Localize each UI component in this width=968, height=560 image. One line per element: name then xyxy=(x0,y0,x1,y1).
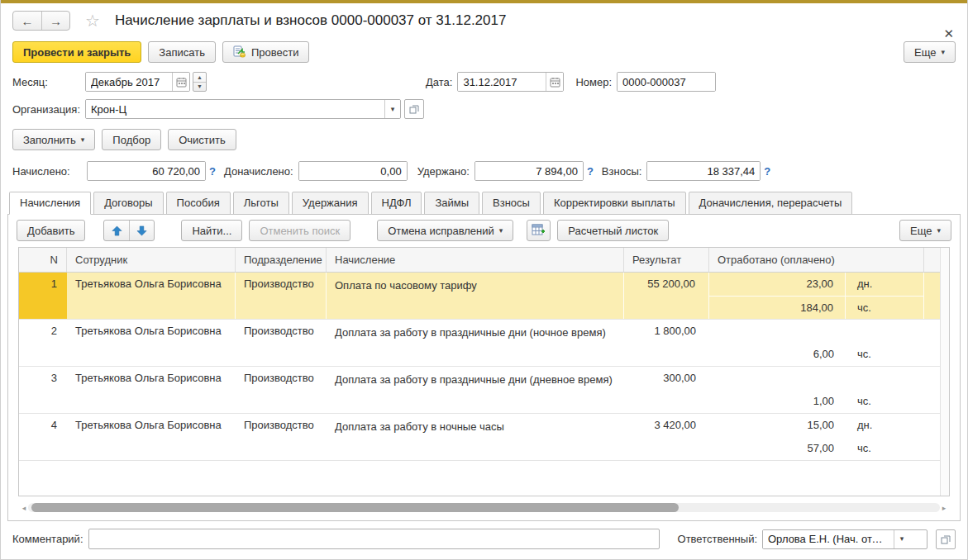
tab-loans[interactable]: Займы xyxy=(424,192,479,215)
responsible-combo: ▾ xyxy=(762,529,927,549)
favorite-star-icon[interactable]: ☆ xyxy=(85,11,100,31)
column-header-worked[interactable]: Отработано (оплачено) xyxy=(709,248,924,272)
clear-button[interactable]: Очистить xyxy=(168,129,236,150)
result-cell[interactable]: 3 420,00 xyxy=(624,414,709,460)
forward-button[interactable]: → xyxy=(41,12,69,30)
chevron-down-icon: ▾ xyxy=(499,227,503,235)
date-calendar-icon[interactable] xyxy=(546,73,563,91)
pick-button[interactable]: Подбор xyxy=(102,129,161,150)
employee-cell[interactable]: Третьякова Ольга Борисовна xyxy=(67,367,236,413)
table-row[interactable]: 1 Третьякова Ольга Борисовна Производств… xyxy=(19,273,949,320)
tab-privileges[interactable]: Льготы xyxy=(233,192,289,215)
worked-hours-value[interactable]: 57,00 xyxy=(709,437,846,460)
accrued-input[interactable] xyxy=(88,162,205,180)
organization-dropdown-icon[interactable]: ▾ xyxy=(384,100,400,118)
column-header-result[interactable]: Результат xyxy=(624,248,709,272)
tab-benefits[interactable]: Пособия xyxy=(166,192,231,215)
tab-accruals[interactable]: Начисления xyxy=(9,192,91,215)
scrollbar-track[interactable] xyxy=(28,503,940,512)
scrollbar-thumb[interactable] xyxy=(31,503,679,512)
move-up-icon[interactable] xyxy=(104,221,129,240)
table-row[interactable]: 4 Третьякова Ольга Борисовна Производств… xyxy=(19,414,949,461)
worked-days-value[interactable] xyxy=(709,320,846,343)
cancel-corrections-button[interactable]: Отмена исправлений▾ xyxy=(377,220,513,241)
scroll-left-icon[interactable]: ◂ xyxy=(20,504,28,512)
table-row[interactable]: 2 Третьякова Ольга Борисовна Производств… xyxy=(19,320,949,367)
date-input[interactable] xyxy=(458,73,546,91)
worked-days-value[interactable]: 23,00 xyxy=(709,273,846,296)
employee-cell[interactable]: Третьякова Ольга Борисовна xyxy=(67,414,236,460)
write-button[interactable]: Записать xyxy=(148,41,216,63)
employee-cell[interactable]: Третьякова Ольга Борисовна xyxy=(67,273,236,319)
worked-hours-value[interactable]: 6,00 xyxy=(709,343,846,366)
worked-cell: 1,00 чс. xyxy=(709,367,924,413)
withheld-input[interactable] xyxy=(475,162,583,180)
cancel-search-button[interactable]: Отменить поиск xyxy=(249,220,350,241)
vertical-scrollbar[interactable] xyxy=(940,248,949,496)
worked-hours-unit: чс. xyxy=(846,390,924,413)
worked-hours-value[interactable]: 184,00 xyxy=(709,297,846,319)
additional-input[interactable] xyxy=(299,162,407,180)
month-calendar-icon[interactable] xyxy=(172,73,189,91)
responsible-dropdown-icon[interactable]: ▾ xyxy=(894,530,909,548)
worked-days-value[interactable]: 15,00 xyxy=(709,414,846,437)
tab-ndfl[interactable]: НДФЛ xyxy=(371,192,422,215)
column-header-employee[interactable]: Сотрудник xyxy=(67,248,236,272)
column-header-accrual[interactable]: Начисление xyxy=(327,248,624,272)
column-header-n[interactable]: N xyxy=(19,248,67,272)
department-cell[interactable]: Производство xyxy=(236,414,327,460)
department-cell[interactable]: Производство xyxy=(236,367,327,413)
organization-open-icon[interactable] xyxy=(404,99,424,119)
chevron-down-icon: ▾ xyxy=(941,49,945,56)
employee-cell[interactable]: Третьякова Ольга Борисовна xyxy=(67,320,236,366)
tab-deductions[interactable]: Удержания xyxy=(292,192,369,215)
scroll-right-icon[interactable]: ▸ xyxy=(940,504,948,512)
accrual-cell[interactable]: Доплата за работу в ночные часы xyxy=(327,414,624,460)
post-and-close-button[interactable]: Провести и закрыть xyxy=(12,41,141,63)
contributions-help-icon[interactable]: ? xyxy=(764,165,770,178)
add-column-button[interactable] xyxy=(527,220,551,241)
result-cell[interactable]: 1 800,00 xyxy=(624,320,709,366)
fill-button[interactable]: Заполнить▾ xyxy=(12,129,95,150)
withheld-help-icon[interactable]: ? xyxy=(587,165,594,178)
tab-payment-corrections[interactable]: Корректировки выплаты xyxy=(543,192,686,215)
page-title: Начисление зарплаты и взносов 0000-00003… xyxy=(115,12,507,29)
add-row-button[interactable]: Добавить xyxy=(17,220,85,241)
responsible-open-icon[interactable] xyxy=(936,529,956,549)
comment-input[interactable] xyxy=(88,529,660,549)
more-label: Еще xyxy=(914,46,936,59)
post-button[interactable]: Провести xyxy=(222,41,310,63)
result-cell[interactable]: 300,00 xyxy=(624,367,709,413)
result-cell[interactable]: 55 200,00 xyxy=(624,273,709,319)
additional-label: Доначислено: xyxy=(224,165,293,178)
more-button-table[interactable]: Еще▾ xyxy=(899,220,951,241)
month-step-down-icon[interactable]: ▼ xyxy=(193,82,206,92)
accrual-cell[interactable]: Доплата за работу в праздничные дни (ноч… xyxy=(327,320,624,366)
number-input[interactable] xyxy=(618,73,715,91)
accrual-cell[interactable]: Оплата по часовому тарифу xyxy=(327,273,624,319)
more-button-top[interactable]: Еще▾ xyxy=(904,41,956,63)
month-input[interactable] xyxy=(86,73,172,91)
responsible-input[interactable] xyxy=(763,530,894,548)
contributions-input[interactable] xyxy=(647,162,760,180)
organization-input[interactable] xyxy=(86,100,384,118)
pay-slip-button[interactable]: Расчетный листок xyxy=(557,220,669,241)
worked-days-value[interactable] xyxy=(709,367,846,390)
column-header-department[interactable]: Подразделение xyxy=(236,248,327,272)
worked-hours-unit: чс. xyxy=(846,343,924,366)
tab-contracts[interactable]: Договоры xyxy=(93,192,163,215)
accrued-help-icon[interactable]: ? xyxy=(209,165,216,178)
tab-recalculations[interactable]: Доначисления, перерасчеты xyxy=(689,192,853,215)
department-cell[interactable]: Производство xyxy=(236,320,327,366)
department-cell[interactable]: Производство xyxy=(236,273,327,319)
close-icon[interactable]: ✕ xyxy=(943,26,954,41)
accrual-cell[interactable]: Доплата за работу в праздничные дни (дне… xyxy=(327,367,624,413)
back-button[interactable]: ← xyxy=(13,12,41,30)
worked-hours-value[interactable]: 1,00 xyxy=(709,390,846,413)
table-row[interactable]: 3 Третьякова Ольга Борисовна Производств… xyxy=(19,367,949,414)
title-bar: ← → ☆ Начисление зарплаты и взносов 0000… xyxy=(1,3,967,38)
find-button[interactable]: Найти... xyxy=(181,220,242,241)
move-down-icon[interactable] xyxy=(129,221,154,240)
tab-contributions[interactable]: Взносы xyxy=(482,192,541,215)
month-step-up-icon[interactable]: ▲ xyxy=(193,73,206,82)
